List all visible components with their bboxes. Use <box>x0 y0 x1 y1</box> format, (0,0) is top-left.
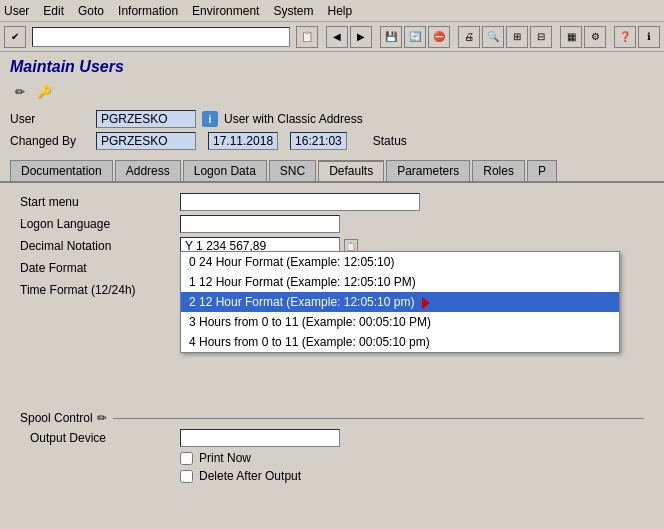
logon-lang-value <box>180 215 340 233</box>
logon-lang-input[interactable] <box>180 215 340 233</box>
page-title: Maintain Users <box>10 58 654 76</box>
changed-by-row: Changed By PGRZESKO 17.11.2018 16:21:03 … <box>10 130 654 152</box>
user-field-value: PGRZESKO <box>96 110 196 128</box>
spool-section-header: Spool Control ✏ <box>20 411 644 425</box>
print-now-label: Print Now <box>199 451 251 465</box>
output-device-row: Output Device <box>20 427 644 449</box>
start-menu-input[interactable] <box>180 193 420 211</box>
time-format-dropdown: 0 24 Hour Format (Example: 12:05:10) 1 1… <box>180 251 620 353</box>
output-device-value <box>180 429 340 447</box>
changed-by-label: Changed By <box>10 134 90 148</box>
check-icon[interactable]: ✔ <box>4 26 26 48</box>
dropdown-item-0[interactable]: 0 24 Hour Format (Example: 12:05:10) <box>181 252 619 272</box>
logon-lang-label: Logon Language <box>20 217 180 231</box>
menu-edit[interactable]: Edit <box>43 4 64 18</box>
dropdown-item-1[interactable]: 1 12 Hour Format (Example: 12:05:10 PM) <box>181 272 619 292</box>
help-icon[interactable]: ❓ <box>614 26 636 48</box>
command-input[interactable] <box>32 27 290 47</box>
print-now-row: Print Now <box>20 449 644 467</box>
refresh1-icon[interactable]: 🔄 <box>404 26 426 48</box>
stop-icon[interactable]: ⛔ <box>428 26 450 48</box>
dropdown-item-3[interactable]: 3 Hours from 0 to 11 (Example: 00:05:10 … <box>181 312 619 332</box>
date-value: 17.11.2018 <box>208 132 278 150</box>
menu-help[interactable]: Help <box>327 4 352 18</box>
edit-pencil-icon[interactable]: ✏ <box>10 82 30 102</box>
tab-documentation[interactable]: Documentation <box>10 160 113 181</box>
info2-icon[interactable]: ℹ <box>638 26 660 48</box>
delete-after-checkbox[interactable] <box>180 470 193 483</box>
forward-icon[interactable]: ▶ <box>350 26 372 48</box>
tab-snc[interactable]: SNC <box>269 160 316 181</box>
tab-address[interactable]: Address <box>115 160 181 181</box>
settings-icon[interactable]: ⚙ <box>584 26 606 48</box>
start-menu-value <box>180 193 420 211</box>
tab-p[interactable]: P <box>527 160 557 181</box>
spool-label: Spool Control <box>20 411 93 425</box>
print-now-checkbox[interactable] <box>180 452 193 465</box>
cursor-arrow-icon <box>422 297 430 309</box>
print-icon[interactable]: 🖨 <box>458 26 480 48</box>
back-icon[interactable]: ◀ <box>326 26 348 48</box>
toolbar: ✔ 📋 ◀ ▶ 💾 🔄 ⛔ 🖨 🔍 ⊞ ⊟ ▦ ⚙ ❓ ℹ <box>0 22 664 52</box>
output-device-label: Output Device <box>20 431 180 445</box>
delete-after-label: Delete After Output <box>199 469 301 483</box>
menu-system[interactable]: System <box>273 4 313 18</box>
tab-parameters[interactable]: Parameters <box>386 160 470 181</box>
icon-row: ✏ 🔑 <box>0 80 664 104</box>
tab-roles[interactable]: Roles <box>472 160 525 181</box>
menu-environment[interactable]: Environment <box>192 4 259 18</box>
start-menu-row: Start menu <box>20 191 644 213</box>
date-format-label: Date Format <box>20 261 180 275</box>
tab-logon-data[interactable]: Logon Data <box>183 160 267 181</box>
user-classic-label: User with Classic Address <box>224 112 363 126</box>
decimal-label: Decimal Notation <box>20 239 180 253</box>
save-icon[interactable]: 💾 <box>380 26 402 48</box>
user-info-section: User PGRZESKO i User with Classic Addres… <box>0 108 664 152</box>
find-icon[interactable]: 🔍 <box>482 26 504 48</box>
user-row: User PGRZESKO i User with Classic Addres… <box>10 108 654 130</box>
changed-by-value: PGRZESKO <box>96 132 196 150</box>
delete-after-row: Delete After Output <box>20 467 644 485</box>
key-icon[interactable]: 🔑 <box>34 82 54 102</box>
dropdown-item-4[interactable]: 4 Hours from 0 to 11 (Example: 00:05:10 … <box>181 332 619 352</box>
info-icon: i <box>202 111 218 127</box>
copy-toolbar-icon[interactable]: 📋 <box>296 26 318 48</box>
menu-user[interactable]: User <box>4 4 29 18</box>
grid1-icon[interactable]: ⊞ <box>506 26 528 48</box>
grid3-icon[interactable]: ▦ <box>560 26 582 48</box>
tab-defaults[interactable]: Defaults <box>318 160 384 181</box>
start-menu-label: Start menu <box>20 195 180 209</box>
page-title-container: Maintain Users <box>0 52 664 80</box>
form-content: Start menu Logon Language Decimal Notati… <box>0 183 664 493</box>
logon-lang-row: Logon Language <box>20 213 644 235</box>
time-format-label: Time Format (12/24h) <box>20 283 180 297</box>
menu-goto[interactable]: Goto <box>78 4 104 18</box>
status-label: Status <box>373 134 407 148</box>
user-extra-info: i User with Classic Address <box>202 111 363 127</box>
time-value: 16:21:03 <box>290 132 347 150</box>
dropdown-item-2-label: 2 12 Hour Format (Example: 12:05:10 pm) <box>189 295 414 309</box>
grid2-icon[interactable]: ⊟ <box>530 26 552 48</box>
user-field-label: User <box>10 112 90 126</box>
tabs-container: Documentation Address Logon Data SNC Def… <box>0 156 664 183</box>
dropdown-item-2[interactable]: 2 12 Hour Format (Example: 12:05:10 pm) <box>181 292 619 312</box>
output-device-input[interactable] <box>180 429 340 447</box>
menu-bar: User Edit Goto Information Environment S… <box>0 0 664 22</box>
spool-divider <box>113 418 644 419</box>
spool-edit-icon: ✏ <box>97 411 107 425</box>
menu-information[interactable]: Information <box>118 4 178 18</box>
